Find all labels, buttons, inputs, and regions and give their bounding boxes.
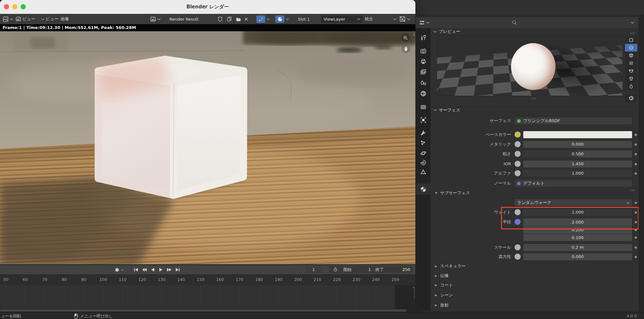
socket-button[interactable] bbox=[514, 131, 521, 138]
value-field[interactable]: 0.2 m bbox=[523, 244, 632, 251]
subpanel-collapsed-伝播[interactable]: ▶伝播 bbox=[435, 273, 449, 279]
slider-field[interactable]: 0.000 bbox=[523, 253, 632, 261]
properties-tab-material[interactable] bbox=[416, 184, 431, 195]
timeline-tracks[interactable]: ‹ bbox=[0, 285, 415, 309]
socket-button[interactable] bbox=[514, 150, 521, 157]
shading-toggle[interactable] bbox=[275, 15, 289, 23]
decorator-dot[interactable] bbox=[635, 143, 637, 146]
decorator-dot[interactable] bbox=[635, 153, 637, 155]
node-link-field[interactable]: プリンシプルBSDF bbox=[514, 117, 632, 125]
socket-button[interactable] bbox=[514, 160, 521, 167]
frame-start-field[interactable]: 開始 1 bbox=[341, 266, 374, 273]
preview-shape-cube[interactable] bbox=[625, 52, 637, 59]
subpanel-collapsed-コート[interactable]: ▶コート bbox=[435, 282, 453, 288]
properties-tab-world[interactable] bbox=[416, 88, 431, 99]
properties-tab-data[interactable] bbox=[416, 166, 431, 177]
vector-field[interactable]: 0.100 bbox=[523, 234, 632, 241]
preview-shape-hair[interactable] bbox=[625, 59, 637, 67]
preview-shape-fluid[interactable] bbox=[625, 82, 637, 90]
slider-field[interactable]: 0.500 bbox=[523, 150, 632, 158]
play-button[interactable] bbox=[158, 267, 164, 273]
preview-shape-plane[interactable] bbox=[625, 36, 637, 44]
chevron-down-icon[interactable] bbox=[121, 269, 124, 271]
subpanel-collapsed-スペキュラー[interactable]: ▶スペキュラー bbox=[435, 263, 466, 269]
socket-button[interactable] bbox=[514, 244, 521, 251]
properties-tab-scene[interactable] bbox=[416, 77, 431, 88]
open-image-button[interactable] bbox=[235, 15, 242, 23]
properties-tab-particles[interactable] bbox=[416, 137, 431, 148]
duplicate-image-button[interactable] bbox=[226, 15, 232, 23]
socket-button[interactable] bbox=[514, 253, 521, 260]
subpanel-collapsed-シーン[interactable]: ▶シーン bbox=[435, 292, 453, 298]
subpanel-collapsed-放射[interactable]: ▶放射 bbox=[435, 302, 449, 308]
panel-header-surface[interactable]: サーフェス bbox=[431, 106, 639, 113]
decorator-dot[interactable] bbox=[635, 256, 637, 258]
decorator-dot[interactable] bbox=[635, 237, 637, 239]
filter-chevron-icon[interactable] bbox=[631, 22, 634, 24]
zoom-button[interactable] bbox=[401, 33, 410, 42]
preview-resize-grip[interactable] bbox=[531, 96, 536, 98]
menu-image[interactable]: 画像 bbox=[61, 15, 69, 23]
preview-shape-monkey[interactable] bbox=[625, 67, 637, 75]
mode-dropdown[interactable]: ビュー bbox=[15, 15, 44, 23]
sidebar-collapse-arrow[interactable]: ‹ bbox=[413, 33, 415, 37]
socket-button[interactable] bbox=[514, 170, 521, 177]
panel-header-preview[interactable]: プレビュー bbox=[431, 28, 639, 35]
jump-first-button[interactable] bbox=[133, 267, 139, 273]
preview-shape-cloth[interactable] bbox=[625, 75, 637, 82]
properties-tab-viewlayer[interactable] bbox=[416, 66, 431, 77]
decorator-dot[interactable] bbox=[635, 163, 637, 165]
slot-dropdown[interactable]: Slot 1 bbox=[298, 15, 324, 23]
drag-grip-icon[interactable] bbox=[630, 188, 635, 190]
pan-button[interactable] bbox=[402, 44, 411, 53]
view-transform-toggle[interactable] bbox=[256, 15, 270, 23]
slider-field[interactable]: 0.000 bbox=[523, 140, 632, 148]
decorator-dot[interactable] bbox=[635, 172, 637, 175]
socket-button[interactable] bbox=[514, 141, 521, 148]
properties-tab-output[interactable] bbox=[416, 56, 431, 67]
browse-image-button[interactable] bbox=[150, 15, 161, 23]
properties-tab-tool[interactable] bbox=[416, 32, 431, 43]
scene-icon bbox=[420, 80, 427, 86]
node-link-field[interactable]: デフォルト bbox=[514, 179, 632, 187]
properties-tab-collection[interactable] bbox=[416, 102, 431, 112]
current-frame-field[interactable]: 1 bbox=[305, 266, 322, 273]
drag-grip-icon[interactable] bbox=[630, 31, 635, 33]
render-pass-dropdown[interactable]: 統合 bbox=[365, 15, 396, 23]
editor-type-button[interactable] bbox=[3, 15, 13, 23]
properties-tab-render[interactable] bbox=[416, 45, 431, 56]
use-preview-range-button[interactable] bbox=[329, 266, 341, 273]
titlebar[interactable]: Blender レンダー bbox=[0, 0, 415, 14]
preview-world-button[interactable] bbox=[625, 94, 637, 102]
slider-field[interactable]: 1.000 bbox=[523, 169, 632, 177]
subsurface-method-dropdown[interactable]: ランダムウォーク bbox=[514, 199, 632, 207]
play-reverse-button[interactable] bbox=[149, 267, 156, 273]
render-result-image[interactable]: ‹ bbox=[0, 31, 415, 264]
menu-view[interactable]: ビュー bbox=[46, 15, 59, 23]
fake-user-button[interactable] bbox=[217, 15, 223, 23]
decorator-dot[interactable] bbox=[635, 134, 637, 136]
record-dot-icon[interactable] bbox=[115, 268, 119, 272]
value-field[interactable]: 1.450 bbox=[523, 160, 632, 168]
jump-last-button[interactable] bbox=[175, 267, 181, 273]
next-keyframe-button[interactable] bbox=[166, 267, 173, 273]
properties-editor-type-button[interactable] bbox=[419, 19, 430, 26]
image-name[interactable]: Render Result bbox=[169, 15, 199, 23]
color-swatch[interactable] bbox=[523, 131, 632, 139]
timeline-hscrollbar[interactable] bbox=[0, 309, 406, 312]
display-channels-button[interactable] bbox=[399, 15, 410, 23]
unlink-image-button[interactable] bbox=[244, 15, 249, 23]
preview-shape-sphere[interactable] bbox=[625, 44, 637, 52]
subpanel-header-subsurface[interactable]: ▼ サブサーフェス bbox=[435, 190, 470, 196]
fluid-icon bbox=[629, 84, 634, 89]
properties-tab-object[interactable] bbox=[416, 114, 431, 125]
search-icon[interactable] bbox=[512, 20, 517, 25]
frame-end-field[interactable]: 終了 250 bbox=[373, 266, 413, 273]
timeline-vscrollbar[interactable] bbox=[414, 288, 415, 299]
decorator-dot[interactable] bbox=[635, 202, 637, 204]
view-layer-dropdown[interactable]: ViewLayer bbox=[321, 15, 363, 23]
timeline-ruler[interactable]: 5060708090100110120130140150160170180190… bbox=[0, 274, 415, 285]
properties-tab-modifier[interactable] bbox=[416, 127, 431, 138]
prev-keyframe-button[interactable] bbox=[141, 267, 147, 273]
decorator-dot[interactable] bbox=[635, 247, 637, 249]
